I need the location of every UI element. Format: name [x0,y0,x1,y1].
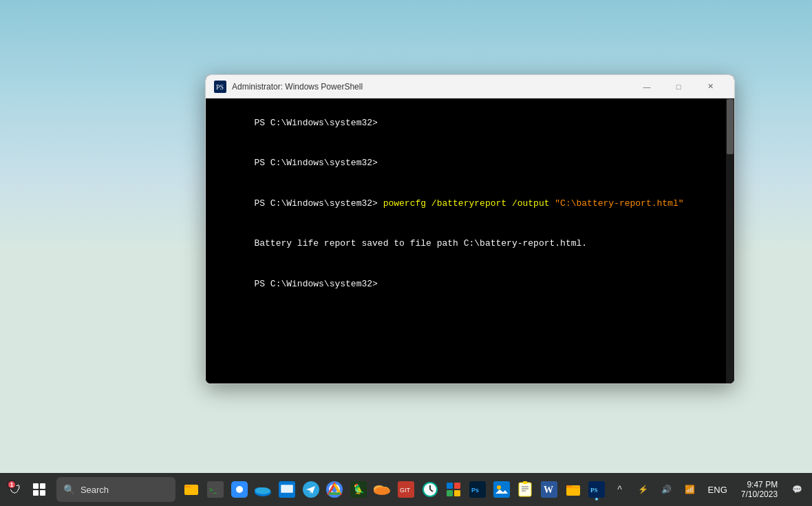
tray-icon-wifi[interactable]: 📶 [681,480,700,499]
taskbar-icon-apps[interactable] [443,477,464,502]
window-titlebar: PS Administrator: Windows PowerShell — □… [206,75,734,98]
search-bar[interactable]: 🔍 Search [56,477,175,502]
tray-icon-2[interactable]: 🔊 [657,480,676,499]
svg-text:PS: PS [216,83,224,91]
svg-text:>_: >_ [209,486,217,494]
taskbar-icon-onedrive[interactable] [253,477,274,502]
tray-icon-1[interactable]: ⚡ [634,480,653,499]
taskbar-icon-files[interactable] [562,477,584,502]
taskbar-icon-cloudflare[interactable] [372,477,393,502]
close-button[interactable]: ✕ [694,75,726,98]
notification-icon[interactable]: 🛡 1 [6,478,24,500]
maximize-button[interactable]: □ [663,75,694,98]
taskbar-icon-telegram[interactable] [300,477,321,502]
svg-text:PS: PS [590,487,598,494]
taskbar-icon-remote[interactable] [277,477,298,502]
svg-text:GIT: GIT [400,487,411,494]
terminal-line-4: Battery life report saved to file path C… [211,224,729,264]
svg-rect-33 [447,490,453,496]
taskbar-icon-powershell[interactable]: PS [586,477,608,502]
desktop: PS Administrator: Windows PowerShell — □… [0,0,812,506]
svg-point-7 [236,486,243,493]
svg-rect-34 [454,490,460,496]
clock-area[interactable]: 9:47 PM 7/10/2023 [736,477,783,502]
minimize-button[interactable]: — [631,75,663,98]
taskbar-icon-notepad[interactable] [515,477,536,502]
svg-rect-37 [493,481,510,498]
scrollbar[interactable] [726,98,734,383]
scrollbar-thumb[interactable] [727,99,734,154]
search-label: Search [81,485,109,495]
svg-rect-31 [447,483,453,489]
terminal-line-2: PS C:\Windows\system32> [211,143,729,184]
window-controls: — □ ✕ [631,75,726,98]
taskbar-icon-chrome[interactable] [324,477,345,502]
terminal-line-3: PS C:\Windows\system32> powercfg /batter… [211,183,729,224]
taskbar-icon-zoom[interactable] [228,477,250,502]
svg-text:🦜: 🦜 [353,483,365,495]
window-title: Administrator: Windows PowerShell [232,82,631,92]
taskbar-icon-clock[interactable] [419,477,440,502]
svg-rect-3 [184,486,191,487]
taskbar-icon-app1[interactable]: 🦜 [348,477,370,502]
svg-rect-8 [237,494,242,496]
notification-center[interactable]: 💬 [787,480,806,499]
svg-rect-32 [454,483,460,489]
terminal-body[interactable]: PS C:\Windows\system32> PS C:\Windows\sy… [206,98,734,383]
powershell-icon: PS [214,81,226,93]
taskbar-icon-photoshop[interactable]: Ps [467,477,489,502]
notification-count: 1 [7,480,17,489]
language-indicator[interactable]: ENG [704,482,731,498]
svg-rect-48 [566,485,572,487]
svg-text:Ps: Ps [471,487,479,494]
powershell-window: PS Administrator: Windows PowerShell — □… [205,74,735,384]
taskbar-icon-explorer[interactable] [181,477,202,502]
terminal-line-1: PS C:\Windows\system32> [211,103,729,143]
windows-logo [33,483,45,496]
svg-rect-44 [523,481,527,484]
start-button[interactable] [28,477,50,502]
clock-date: 7/10/2023 [741,489,778,499]
svg-point-11 [255,487,270,494]
taskbar-icon-word[interactable]: W [539,477,560,502]
svg-point-24 [375,487,389,494]
terminal-line-5: PS C:\Windows\system32> [211,264,729,304]
svg-rect-13 [281,485,293,493]
taskbar: 🛡 1 🔍 Search >_ [0,473,812,506]
taskbar-icon-git[interactable]: GIT [396,477,417,502]
search-icon: 🔍 [63,484,75,495]
system-tray: ^ ⚡ 🔊 📶 ENG 9:47 PM 7/10/2023 💬 [610,477,807,502]
svg-rect-39 [519,483,531,496]
show-hidden-icons[interactable]: ^ [610,480,630,499]
svg-text:W: W [544,485,553,495]
svg-point-38 [497,485,501,489]
taskbar-icon-terminal[interactable]: >_ [205,477,226,502]
clock-time: 9:47 PM [747,480,778,489]
taskbar-icon-photos[interactable] [491,477,512,502]
